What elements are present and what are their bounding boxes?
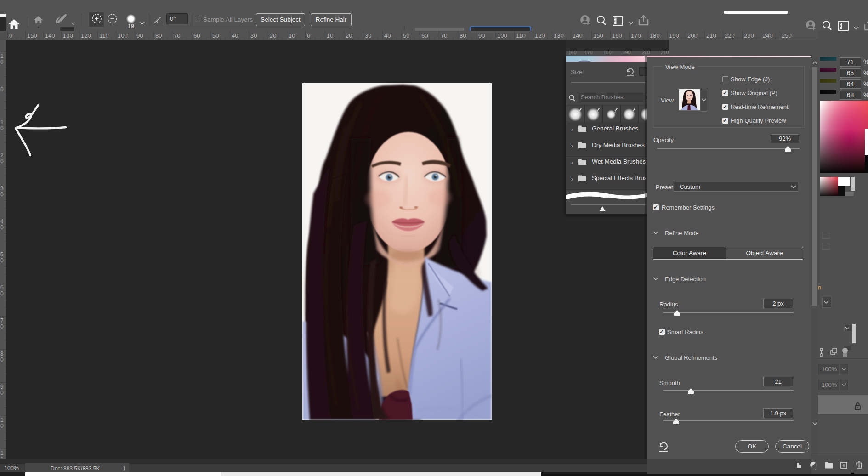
- svg-text:1: 1: [0, 450, 4, 456]
- svg-text:3: 3: [0, 185, 4, 192]
- svg-text:230: 230: [744, 32, 754, 39]
- svg-text:250: 250: [782, 32, 792, 39]
- svg-text:0: 0: [0, 191, 4, 198]
- svg-text:0: 0: [307, 32, 310, 39]
- svg-text:0: 0: [0, 224, 4, 231]
- svg-text:160: 160: [612, 32, 622, 39]
- svg-text:240: 240: [763, 32, 773, 39]
- svg-text:120: 120: [535, 32, 545, 39]
- svg-text:100: 100: [118, 32, 128, 39]
- svg-text:130: 130: [554, 32, 564, 39]
- svg-text:1: 1: [0, 119, 4, 125]
- svg-text:1: 1: [0, 417, 4, 423]
- svg-text:50: 50: [403, 32, 409, 39]
- svg-text:80: 80: [460, 32, 466, 39]
- svg-text:140: 140: [573, 32, 583, 39]
- svg-text:4: 4: [0, 218, 4, 225]
- svg-text:140: 140: [45, 32, 55, 39]
- svg-text:90: 90: [136, 32, 143, 39]
- svg-text:7: 7: [0, 317, 4, 324]
- svg-text:40: 40: [232, 32, 238, 39]
- svg-text:0: 0: [0, 323, 4, 330]
- svg-text:0: 0: [0, 357, 4, 363]
- svg-text:10: 10: [327, 32, 333, 39]
- svg-text:6: 6: [0, 284, 4, 291]
- svg-text:100: 100: [497, 32, 507, 39]
- svg-text:150: 150: [593, 32, 603, 39]
- svg-text:0: 0: [0, 158, 4, 164]
- svg-text:80: 80: [155, 32, 162, 39]
- svg-text:0: 0: [0, 59, 4, 65]
- svg-text:190: 190: [669, 32, 679, 39]
- svg-text:40: 40: [384, 32, 391, 39]
- svg-text:20: 20: [270, 32, 276, 39]
- svg-text:0: 0: [0, 257, 4, 264]
- svg-text:150: 150: [27, 32, 37, 39]
- svg-text:9: 9: [0, 384, 4, 390]
- svg-text:2: 2: [0, 152, 4, 159]
- svg-text:120: 120: [81, 32, 91, 39]
- svg-text:8: 8: [0, 351, 4, 357]
- svg-text:130: 130: [63, 32, 73, 39]
- svg-text:0: 0: [0, 423, 4, 429]
- svg-text:210: 210: [706, 32, 716, 39]
- svg-text:110: 110: [99, 32, 109, 39]
- svg-text:220: 220: [725, 32, 735, 39]
- svg-text:0: 0: [0, 86, 4, 92]
- svg-text:180: 180: [650, 32, 660, 39]
- svg-text:0: 0: [0, 390, 4, 396]
- svg-text:5: 5: [0, 251, 4, 258]
- svg-text:10: 10: [289, 32, 295, 39]
- svg-text:1: 1: [0, 53, 4, 59]
- svg-text:0: 0: [0, 125, 4, 131]
- svg-text:110: 110: [516, 32, 526, 39]
- svg-text:200: 200: [687, 32, 698, 39]
- svg-text:90: 90: [478, 32, 485, 39]
- svg-text:60: 60: [193, 32, 200, 39]
- svg-text:0: 0: [0, 290, 4, 297]
- svg-text:170: 170: [631, 32, 641, 39]
- svg-text:70: 70: [441, 32, 447, 39]
